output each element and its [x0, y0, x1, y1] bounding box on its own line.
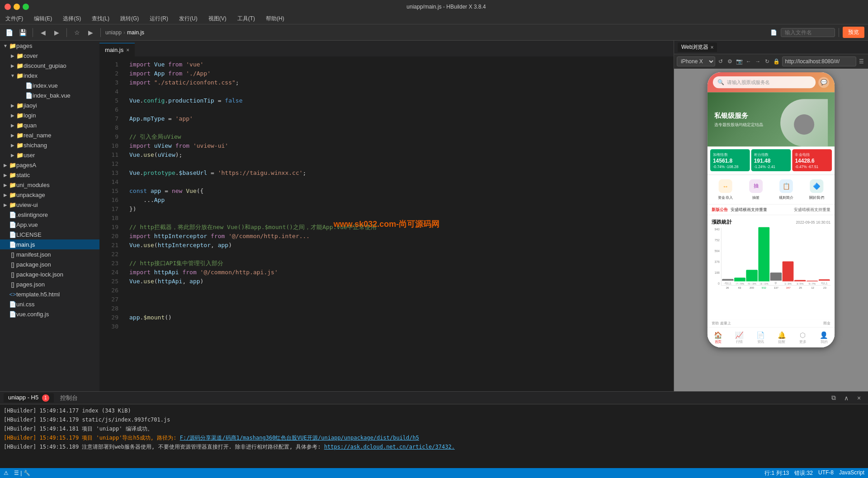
nav-back-btn[interactable]: ←	[745, 56, 753, 66]
sidebar-item-unpackage[interactable]: ▶ 📁 unpackage	[0, 190, 99, 200]
tab-mainjs[interactable]: main.js ×	[99, 43, 135, 56]
nav-home-btn[interactable]: 🔒	[773, 56, 780, 66]
sidebar-item-templateh5[interactable]: <> template.h5.html	[0, 289, 99, 299]
browser-titlebar: Web浏览器 ×	[674, 41, 868, 54]
open-devtools-btn[interactable]: ☰	[858, 56, 866, 66]
menu-file[interactable]: 文件(F)	[4, 14, 25, 23]
nav-home-label: 首页	[715, 339, 722, 344]
preview-btn[interactable]: 预览	[843, 27, 864, 38]
settings-btn[interactable]: ⚙	[726, 56, 734, 66]
forward-btn[interactable]: ▶	[51, 27, 62, 38]
sidebar-item-login[interactable]: ▶ 📁 login	[0, 110, 99, 120]
qa-item-0[interactable]: ↔ 资金存入	[710, 179, 741, 200]
screenshot-btn[interactable]: 📷	[736, 56, 743, 66]
sidebar-item-mainjs[interactable]: 📄 main.js	[0, 239, 99, 249]
browser-tab-close[interactable]: ×	[710, 44, 713, 51]
sidebar-item-jiaoyi[interactable]: ▶ 📁 jiaoyi	[0, 100, 99, 110]
menu-jump[interactable]: 跳转(G)	[118, 14, 141, 23]
menu-select[interactable]: 选择(S)	[61, 14, 83, 23]
panel-popout-btn[interactable]: ⧉	[828, 393, 839, 403]
arrow-realname: ▶	[9, 133, 16, 138]
banner-image	[780, 99, 828, 146]
code-editor[interactable]: import Vue from 'vue' import App from '.…	[122, 56, 674, 391]
url-bar[interactable]	[782, 56, 856, 66]
message-icon[interactable]: 💬	[818, 77, 829, 88]
bookmark-btn[interactable]: ☆	[71, 27, 82, 38]
bottom-tab-uniapp[interactable]: uniapp - H5 1	[4, 393, 54, 403]
breadcrumb-root[interactable]: uniapp	[105, 29, 122, 36]
log-link-1[interactable]: https://ask.dcloud.net.cn/article/37432.	[324, 444, 455, 450]
sidebar-item-index[interactable]: ▼ 📁 index	[0, 70, 99, 80]
sidebar-item-unicss[interactable]: 📄 uni.css	[0, 299, 99, 309]
panel-close-btn[interactable]: ×	[854, 393, 864, 403]
sidebar-item-packagelock[interactable]: [] package-lock.json	[0, 269, 99, 279]
sidebar-item-unimodules[interactable]: ▶ 📁 uni_modules	[0, 180, 99, 190]
tab-mainjs-close[interactable]: ×	[126, 47, 129, 53]
panel-collapse-btn[interactable]: ∧	[841, 393, 852, 403]
nav-reload-btn[interactable]: ↻	[764, 56, 771, 66]
nav-news[interactable]: 📄 资讯	[750, 331, 771, 344]
maximize-btn[interactable]	[23, 4, 29, 10]
sidebar-item-uviewui[interactable]: ▶ 📁 uview-ui	[0, 200, 99, 210]
menu-find[interactable]: 查找(L)	[90, 14, 111, 23]
home-icon: 🏠	[714, 331, 722, 339]
stock-card-2[interactable]: 非金电指 14428.6 -0.47% -67.51	[792, 149, 832, 171]
menu-help[interactable]: 帮助(H)	[264, 14, 286, 23]
breadcrumb-file[interactable]: main.js	[127, 29, 144, 36]
nav-forward-btn[interactable]: →	[754, 56, 762, 66]
file-icon-vueconfig: 📄	[9, 311, 16, 318]
browser-tab[interactable]: Web浏览器 ×	[678, 42, 717, 52]
news-label: 新版公告	[712, 207, 728, 213]
file-search-input[interactable]	[781, 28, 835, 37]
qa-item-1[interactable]: 抽 抽签	[741, 179, 771, 200]
qa-label-2: 规则简介	[779, 195, 794, 200]
play-btn[interactable]: ▶	[85, 27, 96, 38]
banner-title: 私银级服务	[714, 111, 763, 120]
sidebar-item-license[interactable]: 📄 LICENSE	[0, 230, 99, 239]
device-select[interactable]: iPhone X iPhone 12 iPad Pixel 5	[677, 56, 715, 66]
sidebar-item-shichang[interactable]: ▶ 📁 shichang	[0, 140, 99, 150]
file-icon-mainjs: 📄	[9, 241, 16, 248]
sidebar-item-user[interactable]: ▶ 📁 user	[0, 150, 99, 160]
nav-market[interactable]: 📈 行情	[729, 331, 750, 344]
sidebar-item-static[interactable]: ▶ 📁 static	[0, 170, 99, 180]
sidebar-item-pagesa[interactable]: ▶ 📁 pagesA	[0, 160, 99, 170]
save-btn[interactable]: 💾	[17, 27, 28, 38]
folder-icon-realname: 📁	[16, 132, 24, 139]
sidebar-item-indexvue[interactable]: 📄 index.vue	[0, 80, 99, 90]
close-btn[interactable]	[5, 4, 11, 10]
sidebar-item-discount[interactable]: ▶ 📁 discount_gupiao	[0, 61, 99, 70]
log-link-0[interactable]: F:/源码分享渠道/码商1/mashang360红色台股VUE开源/uniapp…	[180, 435, 419, 441]
search-bar[interactable]: 🔍 请输入股票或服务名	[713, 76, 816, 88]
nav-profile[interactable]: 👤 我的	[813, 331, 835, 344]
sidebar-item-pagesjson[interactable]: [] pages.json	[0, 279, 99, 289]
sidebar-item-vueconfig[interactable]: 📄 vue.config.js	[0, 309, 99, 319]
qa-item-2[interactable]: 📋 规则简介	[771, 179, 802, 200]
minimize-btn[interactable]	[14, 4, 20, 10]
sidebar-item-eslint[interactable]: 📄 .eslintignore	[0, 210, 99, 220]
sidebar-item-cover[interactable]: ▶ 📁 cover	[0, 51, 99, 61]
nav-more[interactable]: ⬡ 更多	[792, 331, 813, 344]
nav-profile-label: 我的	[821, 339, 827, 344]
menu-run[interactable]: 运行(R)	[148, 14, 170, 23]
back-btn[interactable]: ◀	[38, 27, 48, 38]
sidebar-item-appvue[interactable]: 📄 App.vue	[0, 220, 99, 230]
nav-notify[interactable]: 🔔 提醒	[771, 331, 793, 344]
bottom-tab-console[interactable]: 控制台	[56, 393, 82, 403]
sidebar-item-indexbakvue[interactable]: 📄 index_bak.vue	[0, 90, 99, 100]
qa-item-3[interactable]: 🔷 關於我們	[802, 179, 832, 200]
menu-edit[interactable]: 编辑(E)	[32, 14, 54, 23]
menu-tools[interactable]: 工具(T)	[236, 14, 257, 23]
sidebar-item-packagejson[interactable]: [] package.json	[0, 259, 99, 269]
menu-view[interactable]: 视图(V)	[207, 14, 228, 23]
menu-publish[interactable]: 发行(U)	[177, 14, 199, 23]
sidebar-item-manifest[interactable]: [] manifest.json	[0, 249, 99, 259]
nav-home[interactable]: 🏠 首页	[708, 331, 729, 344]
refresh-phone-btn[interactable]: ↺	[717, 56, 725, 66]
sidebar-item-realname[interactable]: ▶ 📁 real_name	[0, 130, 99, 140]
sidebar-item-quan[interactable]: ▶ 📁 quan	[0, 120, 99, 130]
sidebar-item-pages[interactable]: ▼ 📁 pages	[0, 41, 99, 51]
new-file-btn[interactable]: 📄	[4, 27, 14, 38]
stock-card-0[interactable]: 加権指数 14561.8 -0.74% -108.28	[710, 149, 750, 171]
stock-card-1[interactable]: 柜台指数 191.48 -1.24% -2.41	[751, 149, 791, 171]
